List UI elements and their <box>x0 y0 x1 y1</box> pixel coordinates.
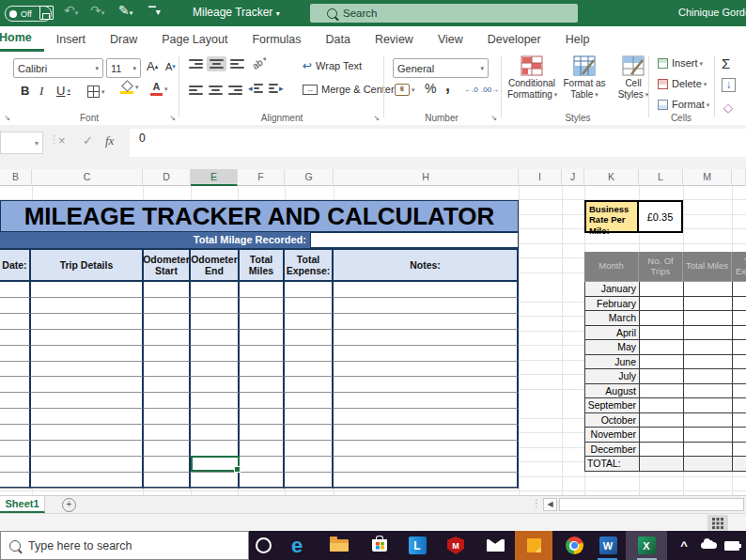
table-cell[interactable] <box>31 457 144 473</box>
delete-cells-button[interactable]: Delete <box>658 78 707 89</box>
table-cell[interactable] <box>191 282 240 298</box>
table-cell[interactable] <box>285 441 334 457</box>
summary-value-cell[interactable] <box>684 297 733 312</box>
table-cell[interactable] <box>191 425 240 441</box>
summary-value-cell[interactable] <box>684 398 733 413</box>
table-cell[interactable] <box>191 314 240 330</box>
decrease-indent-icon[interactable]: ◂ <box>248 84 263 93</box>
edge-icon[interactable]: e <box>285 531 309 560</box>
redo-icon[interactable]: ↷▾ <box>90 3 104 18</box>
column-header-E[interactable]: E <box>191 169 238 186</box>
summary-value-cell[interactable] <box>640 413 684 428</box>
conditional-formatting-button[interactable]: Conditional Formatting <box>507 55 556 100</box>
selected-cell[interactable] <box>191 456 240 472</box>
comma-style-icon[interactable]: , <box>445 76 450 96</box>
table-cell[interactable] <box>31 441 144 457</box>
table-cell[interactable] <box>144 314 191 330</box>
table-cell[interactable] <box>240 425 285 441</box>
summary-value-cell[interactable] <box>684 355 733 370</box>
middle-align-icon[interactable] <box>207 56 226 71</box>
summary-value-cell[interactable] <box>733 428 746 443</box>
summary-value-cell[interactable] <box>733 369 746 384</box>
column-header-L[interactable]: L <box>639 169 683 186</box>
bold-button[interactable]: B <box>21 84 29 98</box>
table-cell[interactable] <box>31 346 144 362</box>
summary-value-cell[interactable] <box>684 443 733 458</box>
table-cell[interactable] <box>285 282 334 298</box>
underline-button[interactable]: U <box>56 84 70 98</box>
summary-value-cell[interactable] <box>733 355 746 370</box>
table-cell[interactable] <box>0 473 31 489</box>
summary-value-cell[interactable] <box>640 369 684 384</box>
summary-value-cell[interactable] <box>684 413 733 428</box>
tray-chevron-up-icon[interactable]: ^ <box>675 531 693 560</box>
format-cells-button[interactable]: Format <box>658 99 709 110</box>
summary-value-cell[interactable] <box>640 297 684 312</box>
summary-total-cell[interactable] <box>640 457 684 472</box>
table-cell[interactable] <box>285 425 334 441</box>
table-cell[interactable] <box>144 330 191 346</box>
table-cell[interactable] <box>285 346 334 362</box>
summary-value-cell[interactable] <box>640 355 684 370</box>
summary-value-cell[interactable] <box>640 443 684 458</box>
tab-view[interactable]: View <box>426 26 475 52</box>
table-cell[interactable] <box>191 377 240 393</box>
save-icon[interactable] <box>39 6 54 20</box>
table-cell[interactable] <box>240 473 285 489</box>
summary-value-cell[interactable] <box>733 326 746 341</box>
titlebar-search-box[interactable]: Search <box>310 4 578 23</box>
decrease-decimal-icon[interactable]: .00→ <box>481 86 499 94</box>
table-cell[interactable] <box>240 346 285 362</box>
fill-handle[interactable] <box>234 466 241 473</box>
table-cell[interactable] <box>31 330 144 346</box>
format-as-table-button[interactable]: Format as Table <box>560 55 609 100</box>
summary-value-cell[interactable] <box>733 311 746 326</box>
wrap-text-button[interactable]: ↩ Wrap Text <box>303 59 362 72</box>
merge-center-button[interactable]: ↔ Merge & Center <box>303 84 403 95</box>
summary-value-cell[interactable] <box>684 311 733 326</box>
table-cell[interactable] <box>334 377 519 393</box>
summary-value-cell[interactable] <box>684 384 733 399</box>
table-cell[interactable] <box>144 298 191 314</box>
table-cell[interactable] <box>0 457 31 473</box>
fill-color-icon[interactable] <box>120 81 139 94</box>
increase-font-icon[interactable]: A▴ <box>147 59 158 73</box>
account-name[interactable]: Chinique Gordo <box>678 7 746 18</box>
table-cell[interactable] <box>285 409 334 425</box>
table-cell[interactable] <box>31 473 144 489</box>
number-format-select[interactable]: General▾ <box>393 58 489 78</box>
align-left-icon[interactable] <box>189 86 203 95</box>
align-right-icon[interactable] <box>228 86 242 95</box>
column-header-D[interactable]: D <box>143 169 191 186</box>
table-cell[interactable] <box>334 393 519 409</box>
table-cell[interactable] <box>191 441 240 457</box>
table-cell[interactable] <box>285 330 334 346</box>
table-cell[interactable] <box>31 362 144 378</box>
business-rate-value[interactable]: £0.35 <box>639 202 681 231</box>
table-cell[interactable] <box>31 298 144 314</box>
enter-icon[interactable]: ✓ <box>83 133 93 148</box>
undo-icon[interactable]: ↶▾ <box>64 3 78 18</box>
column-header-M[interactable]: M <box>683 169 732 186</box>
mail-icon[interactable] <box>483 531 507 560</box>
table-cell[interactable] <box>240 298 285 314</box>
table-cell[interactable] <box>31 425 144 441</box>
tab-page-layout[interactable]: Page Layout <box>149 26 240 52</box>
table-cell[interactable] <box>144 409 191 425</box>
table-cell[interactable] <box>0 409 31 425</box>
column-header-C[interactable]: C <box>32 169 143 186</box>
font-dialog-launcher-icon[interactable]: ↘ <box>168 114 177 122</box>
table-cell[interactable] <box>334 330 519 346</box>
table-cell[interactable] <box>0 393 31 409</box>
autosum-icon[interactable]: Σ <box>722 55 730 71</box>
table-cell[interactable] <box>0 282 31 298</box>
excel-icon[interactable]: X <box>626 531 667 560</box>
summary-value-cell[interactable] <box>640 311 684 326</box>
bottom-align-icon[interactable] <box>230 59 244 69</box>
column-header-I[interactable]: I <box>519 169 562 186</box>
table-cell[interactable] <box>0 425 31 441</box>
increase-decimal-icon[interactable]: ←.0 <box>464 86 478 94</box>
table-cell[interactable] <box>144 473 191 489</box>
fill-icon[interactable]: ↓ <box>722 78 736 92</box>
tab-draw[interactable]: Draw <box>98 26 149 52</box>
